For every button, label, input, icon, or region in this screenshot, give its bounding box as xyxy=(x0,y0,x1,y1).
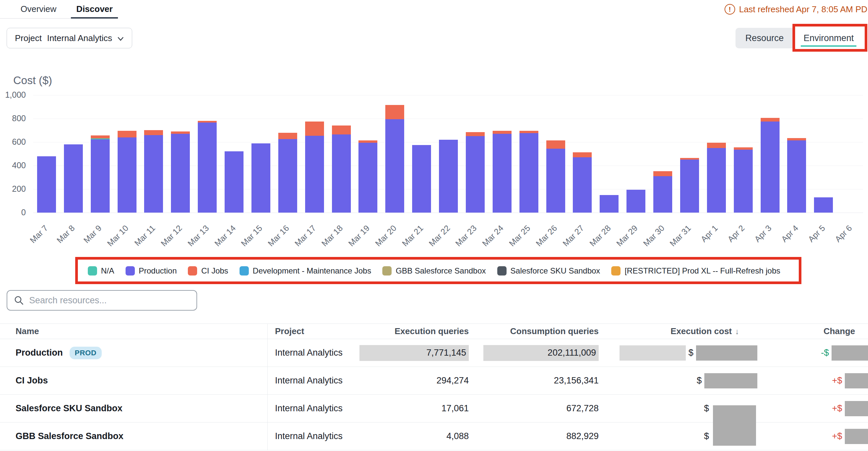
legend-swatch xyxy=(611,266,621,276)
column-header-change[interactable]: Change xyxy=(744,326,868,336)
chevron-down-icon xyxy=(117,36,124,41)
bar-mar-10[interactable] xyxy=(118,131,136,213)
column-header-project[interactable]: Project xyxy=(267,326,381,336)
cell-change: -$ xyxy=(744,345,868,361)
gridline xyxy=(33,213,863,213)
bar-segment-production xyxy=(787,140,806,213)
bar-segment-production xyxy=(171,134,190,213)
tab-overview[interactable]: Overview xyxy=(15,0,62,18)
legend-item-ci-jobs[interactable]: CI Jobs xyxy=(188,266,228,276)
sort-descending-icon[interactable]: ↓ xyxy=(735,327,739,336)
bar-mar-15[interactable] xyxy=(251,143,270,213)
column-header-label: Consumption queries xyxy=(510,326,599,336)
bar-segment-production xyxy=(305,136,324,213)
bar-mar-7[interactable] xyxy=(37,156,56,213)
column-header-execution-cost[interactable]: Execution cost↓ xyxy=(603,326,744,336)
column-header-execution-queries[interactable]: Execution queries xyxy=(381,326,474,336)
bar-mar-31[interactable] xyxy=(680,158,699,213)
last-refreshed-text: Last refreshed Apr 7, 8:05 AM PD xyxy=(739,4,867,14)
column-header-label: Execution queries xyxy=(395,326,469,336)
bar-segment-production xyxy=(600,195,619,213)
table-header-row: NameProjectExecution queriesConsumption … xyxy=(0,324,868,339)
redaction-block xyxy=(845,429,868,444)
search-icon xyxy=(14,295,24,305)
x-axis: Mar 7Mar 8Mar 9Mar 10Mar 11Mar 12Mar 13M… xyxy=(33,215,864,247)
currency-prefix: $ xyxy=(704,431,709,441)
project-selector[interactable]: Project Internal Analytics xyxy=(7,28,132,49)
cell-change: +$ xyxy=(744,373,868,388)
bar-mar-19[interactable] xyxy=(359,140,377,213)
bar-mar-8[interactable] xyxy=(64,144,83,213)
bar-apr-1[interactable] xyxy=(707,143,726,213)
bar-mar-12[interactable] xyxy=(171,131,190,213)
group-by-resource[interactable]: Resource xyxy=(736,28,794,49)
legend-item-salesforce-sku-sandbox[interactable]: Salesforce SKU Sandbox xyxy=(497,266,600,276)
bar-mar-20[interactable] xyxy=(385,105,404,213)
group-by-toggle: ResourceEnvironment xyxy=(736,28,864,49)
bar-mar-26[interactable] xyxy=(546,140,565,213)
bar-segment-ci-jobs xyxy=(707,143,726,148)
bar-slot xyxy=(569,95,596,213)
table-row[interactable]: Salesforce SKU SandboxInternal Analytics… xyxy=(0,395,868,422)
bar-segment-production xyxy=(546,149,565,213)
bar-mar-13[interactable] xyxy=(198,121,217,213)
bar-slot xyxy=(328,95,355,213)
tab-discover[interactable]: Discover xyxy=(71,0,118,18)
legend-swatch xyxy=(126,266,135,276)
bar-mar-28[interactable] xyxy=(600,195,619,213)
bar-mar-11[interactable] xyxy=(144,130,163,213)
bar-apr-5[interactable] xyxy=(814,197,833,213)
legend-item-gbb-salesforce-sandbox[interactable]: GBB Salesforce Sandbox xyxy=(382,266,486,276)
table-row[interactable]: CI JobsInternal Analytics294,27423,156,3… xyxy=(0,367,868,395)
bar-segment-production xyxy=(144,135,163,213)
bar-mar-27[interactable] xyxy=(573,152,592,213)
legend-swatch xyxy=(188,266,197,276)
chart-title: Cost ($) xyxy=(13,74,52,87)
table-row[interactable]: ProductionPRODInternal Analytics7,771,14… xyxy=(0,339,868,367)
y-axis-label: 600 xyxy=(0,137,26,147)
bar-segment-production xyxy=(520,133,538,213)
legend-item-n-a[interactable]: N/A xyxy=(88,266,114,276)
bar-apr-4[interactable] xyxy=(787,138,806,213)
bar-segment-production xyxy=(198,123,217,213)
cell-project: Internal Analytics xyxy=(267,376,381,386)
bar-mar-22[interactable] xyxy=(439,140,458,213)
bar-segment-ci-jobs xyxy=(734,147,753,150)
bar-mar-14[interactable] xyxy=(225,151,244,213)
legend-item-restricted-prod-xl-full-refresh-jobs[interactable]: [RESTRICTED] Prod XL -- Full-Refresh job… xyxy=(611,266,780,276)
bar-mar-30[interactable] xyxy=(653,171,672,213)
bar-segment-ci-jobs xyxy=(493,131,512,134)
search-input[interactable] xyxy=(29,295,190,305)
bar-segment-production xyxy=(761,122,779,213)
bar-mar-17[interactable] xyxy=(305,122,324,213)
bar-segment-ci-jobs xyxy=(305,122,324,136)
bar-mar-18[interactable] xyxy=(332,126,351,213)
bar-slot xyxy=(489,95,516,213)
bar-mar-9[interactable] xyxy=(91,135,110,213)
search-box[interactable] xyxy=(7,290,197,311)
bar-apr-3[interactable] xyxy=(761,118,779,213)
bar-mar-21[interactable] xyxy=(412,145,431,213)
bar-mar-16[interactable] xyxy=(278,133,297,213)
bar-segment-production xyxy=(707,148,726,213)
bar-mar-24[interactable] xyxy=(493,131,512,213)
bar-segment-production xyxy=(385,119,404,213)
change-prefix: +$ xyxy=(832,431,842,441)
bar-mar-25[interactable] xyxy=(520,131,538,213)
bar-segment-production xyxy=(37,156,56,213)
bar-slot xyxy=(381,95,408,213)
chart-bars xyxy=(33,95,864,213)
group-by-environment[interactable]: Environment xyxy=(794,28,864,49)
bar-mar-29[interactable] xyxy=(626,190,645,213)
bar-slot xyxy=(221,95,247,213)
bar-segment-ci-jobs xyxy=(653,171,672,176)
bar-apr-2[interactable] xyxy=(734,147,753,213)
legend-item-development-maintenance-jobs[interactable]: Development - Maintenance Jobs xyxy=(240,266,371,276)
column-divider xyxy=(267,324,268,450)
bar-segment-production xyxy=(118,137,136,213)
column-header-name[interactable]: Name xyxy=(0,326,267,336)
bar-segment-production xyxy=(680,160,699,213)
column-header-consumption-queries[interactable]: Consumption queries xyxy=(474,326,603,336)
legend-item-production[interactable]: Production xyxy=(126,266,177,276)
bar-mar-23[interactable] xyxy=(466,132,485,213)
